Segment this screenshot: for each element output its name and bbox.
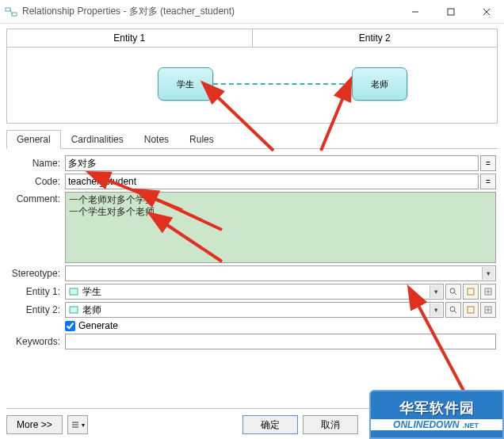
svg-line-2 xyxy=(10,10,12,14)
comment-label: Comment: xyxy=(8,192,65,204)
tab-cardinalities[interactable]: Cardinalities xyxy=(61,130,134,149)
entity-right-box[interactable]: 老师 xyxy=(352,67,407,101)
window-title: Relationship Properties - 多对多 (teacher_s… xyxy=(22,5,397,18)
svg-rect-17 xyxy=(468,307,474,313)
code-eq-button[interactable]: = xyxy=(480,174,496,189)
entity2-new-button[interactable] xyxy=(480,302,496,318)
code-label: Code: xyxy=(8,176,65,187)
entity2-label: Entity 2: xyxy=(8,304,65,315)
ok-button[interactable]: 确定 xyxy=(242,415,298,434)
menu-button[interactable]: ▾ xyxy=(67,415,88,434)
code-input[interactable] xyxy=(65,174,479,189)
svg-rect-7 xyxy=(70,288,78,295)
entity2-select[interactable]: 老师 ▾ xyxy=(65,302,444,318)
entity1-select[interactable]: 学生 ▾ xyxy=(65,284,444,300)
generate-checkbox[interactable]: Generate xyxy=(65,320,118,331)
entity1-new-button[interactable] xyxy=(480,284,496,300)
svg-line-16 xyxy=(454,311,456,313)
titlebar: Relationship Properties - 多对多 (teacher_s… xyxy=(0,0,504,24)
stereotype-label: Stereotype: xyxy=(8,268,65,279)
entity2-browse-button[interactable] xyxy=(445,302,461,318)
entity1-browse-button[interactable] xyxy=(445,284,461,300)
tab-notes[interactable]: Notes xyxy=(134,130,179,149)
keywords-input[interactable] xyxy=(65,334,496,349)
name-input[interactable] xyxy=(65,155,479,171)
svg-line-9 xyxy=(454,292,456,295)
svg-rect-10 xyxy=(468,288,474,295)
svg-rect-1 xyxy=(12,13,17,16)
chevron-down-icon: ▾ xyxy=(82,422,85,429)
minimize-button[interactable] xyxy=(397,0,433,24)
general-form: Name: = Code: = Comment: Stereotype: ▾ E… xyxy=(6,149,498,349)
tab-general[interactable]: General xyxy=(6,130,61,149)
svg-rect-14 xyxy=(70,307,78,313)
name-eq-button[interactable]: = xyxy=(480,155,496,171)
entity-left-box[interactable]: 学生 xyxy=(158,67,213,101)
maximize-button[interactable] xyxy=(433,0,468,24)
diagram-header-entity1: Entity 1 xyxy=(7,29,253,47)
svg-rect-0 xyxy=(6,8,10,11)
diagram-canvas[interactable]: 学生 老师 xyxy=(7,48,497,123)
stereotype-select[interactable]: ▾ xyxy=(65,265,496,281)
diagram-header-entity2: Entity 2 xyxy=(253,29,498,47)
chevron-down-icon: ▾ xyxy=(482,267,494,280)
more-button[interactable]: More >> xyxy=(6,415,63,434)
svg-rect-4 xyxy=(448,9,454,15)
entity2-props-button[interactable] xyxy=(463,302,479,318)
keywords-label: Keywords: xyxy=(8,336,65,347)
chevron-down-icon: ▾ xyxy=(430,285,442,298)
menu-icon xyxy=(71,420,80,429)
app-icon xyxy=(5,6,17,18)
tab-rules[interactable]: Rules xyxy=(179,130,224,149)
entity1-props-button[interactable] xyxy=(463,284,479,300)
entity-icon xyxy=(68,304,79,315)
tabs: General Cardinalities Notes Rules xyxy=(6,130,498,149)
watermark: 华军软件园 ONLINEDOWN.NET xyxy=(369,390,504,439)
name-label: Name: xyxy=(8,158,65,169)
chevron-down-icon: ▾ xyxy=(430,303,442,316)
close-button[interactable] xyxy=(468,0,504,24)
entity1-label: Entity 1: xyxy=(8,286,65,297)
diagram-panel: Entity 1 Entity 2 学生 老师 xyxy=(6,29,498,124)
entity-icon xyxy=(68,286,79,297)
comment-input[interactable] xyxy=(65,192,496,263)
relationship-line xyxy=(213,83,352,85)
cancel-button[interactable]: 取消 xyxy=(303,415,358,434)
